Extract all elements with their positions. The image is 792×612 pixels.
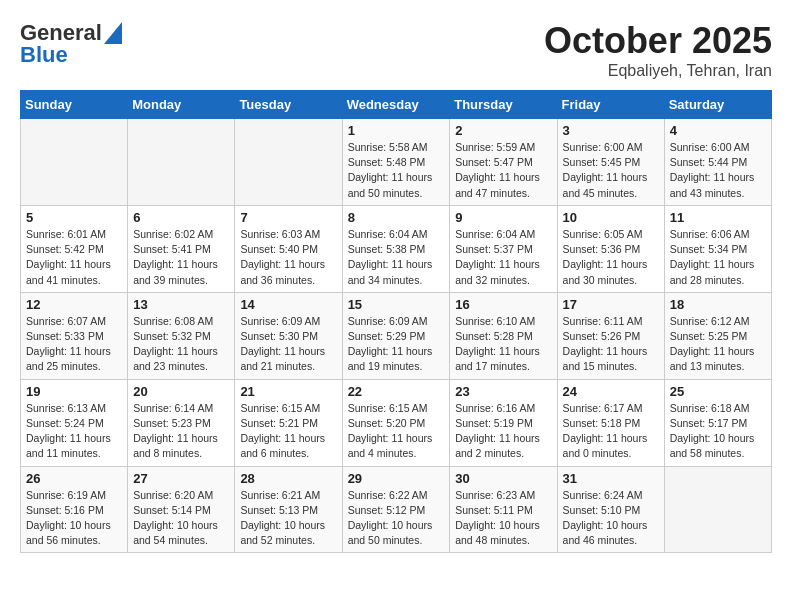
day-info: Sunrise: 6:11 AM Sunset: 5:26 PM Dayligh… (563, 314, 659, 375)
calendar-day-30: 30Sunrise: 6:23 AM Sunset: 5:11 PM Dayli… (450, 466, 557, 553)
calendar-table: SundayMondayTuesdayWednesdayThursdayFrid… (20, 90, 772, 553)
title-block: October 2025 Eqbaliyeh, Tehran, Iran (544, 20, 772, 80)
day-number: 1 (348, 123, 445, 138)
calendar-week-row: 19Sunrise: 6:13 AM Sunset: 5:24 PM Dayli… (21, 379, 772, 466)
day-info: Sunrise: 6:10 AM Sunset: 5:28 PM Dayligh… (455, 314, 551, 375)
day-info: Sunrise: 6:09 AM Sunset: 5:30 PM Dayligh… (240, 314, 336, 375)
day-info: Sunrise: 6:21 AM Sunset: 5:13 PM Dayligh… (240, 488, 336, 549)
day-number: 25 (670, 384, 766, 399)
weekday-header-tuesday: Tuesday (235, 91, 342, 119)
svg-marker-0 (104, 22, 122, 44)
calendar-day-16: 16Sunrise: 6:10 AM Sunset: 5:28 PM Dayli… (450, 292, 557, 379)
calendar-day-1: 1Sunrise: 5:58 AM Sunset: 5:48 PM Daylig… (342, 119, 450, 206)
day-info: Sunrise: 6:15 AM Sunset: 5:21 PM Dayligh… (240, 401, 336, 462)
day-number: 10 (563, 210, 659, 225)
calendar-day-13: 13Sunrise: 6:08 AM Sunset: 5:32 PM Dayli… (128, 292, 235, 379)
calendar-empty-cell (128, 119, 235, 206)
day-info: Sunrise: 6:17 AM Sunset: 5:18 PM Dayligh… (563, 401, 659, 462)
day-number: 26 (26, 471, 122, 486)
logo-blue: Blue (20, 42, 68, 68)
day-number: 4 (670, 123, 766, 138)
calendar-day-20: 20Sunrise: 6:14 AM Sunset: 5:23 PM Dayli… (128, 379, 235, 466)
day-info: Sunrise: 6:22 AM Sunset: 5:12 PM Dayligh… (348, 488, 445, 549)
day-info: Sunrise: 6:00 AM Sunset: 5:44 PM Dayligh… (670, 140, 766, 201)
calendar-day-12: 12Sunrise: 6:07 AM Sunset: 5:33 PM Dayli… (21, 292, 128, 379)
day-info: Sunrise: 5:59 AM Sunset: 5:47 PM Dayligh… (455, 140, 551, 201)
calendar-day-11: 11Sunrise: 6:06 AM Sunset: 5:34 PM Dayli… (664, 205, 771, 292)
day-number: 28 (240, 471, 336, 486)
day-number: 8 (348, 210, 445, 225)
weekday-header-sunday: Sunday (21, 91, 128, 119)
day-info: Sunrise: 6:16 AM Sunset: 5:19 PM Dayligh… (455, 401, 551, 462)
day-number: 6 (133, 210, 229, 225)
calendar-day-3: 3Sunrise: 6:00 AM Sunset: 5:45 PM Daylig… (557, 119, 664, 206)
day-number: 11 (670, 210, 766, 225)
day-info: Sunrise: 6:12 AM Sunset: 5:25 PM Dayligh… (670, 314, 766, 375)
day-number: 7 (240, 210, 336, 225)
day-number: 19 (26, 384, 122, 399)
day-number: 2 (455, 123, 551, 138)
calendar-week-row: 26Sunrise: 6:19 AM Sunset: 5:16 PM Dayli… (21, 466, 772, 553)
day-number: 9 (455, 210, 551, 225)
calendar-day-22: 22Sunrise: 6:15 AM Sunset: 5:20 PM Dayli… (342, 379, 450, 466)
calendar-day-31: 31Sunrise: 6:24 AM Sunset: 5:10 PM Dayli… (557, 466, 664, 553)
calendar-day-10: 10Sunrise: 6:05 AM Sunset: 5:36 PM Dayli… (557, 205, 664, 292)
weekday-header-saturday: Saturday (664, 91, 771, 119)
calendar-empty-cell (235, 119, 342, 206)
day-number: 30 (455, 471, 551, 486)
calendar-header-row: SundayMondayTuesdayWednesdayThursdayFrid… (21, 91, 772, 119)
day-number: 13 (133, 297, 229, 312)
day-number: 18 (670, 297, 766, 312)
day-info: Sunrise: 6:14 AM Sunset: 5:23 PM Dayligh… (133, 401, 229, 462)
day-number: 31 (563, 471, 659, 486)
weekday-header-friday: Friday (557, 91, 664, 119)
calendar-day-14: 14Sunrise: 6:09 AM Sunset: 5:30 PM Dayli… (235, 292, 342, 379)
calendar-day-8: 8Sunrise: 6:04 AM Sunset: 5:38 PM Daylig… (342, 205, 450, 292)
weekday-header-wednesday: Wednesday (342, 91, 450, 119)
calendar-day-27: 27Sunrise: 6:20 AM Sunset: 5:14 PM Dayli… (128, 466, 235, 553)
calendar-day-15: 15Sunrise: 6:09 AM Sunset: 5:29 PM Dayli… (342, 292, 450, 379)
calendar-day-23: 23Sunrise: 6:16 AM Sunset: 5:19 PM Dayli… (450, 379, 557, 466)
calendar-day-25: 25Sunrise: 6:18 AM Sunset: 5:17 PM Dayli… (664, 379, 771, 466)
day-number: 16 (455, 297, 551, 312)
day-number: 5 (26, 210, 122, 225)
day-info: Sunrise: 6:05 AM Sunset: 5:36 PM Dayligh… (563, 227, 659, 288)
day-number: 17 (563, 297, 659, 312)
day-info: Sunrise: 6:13 AM Sunset: 5:24 PM Dayligh… (26, 401, 122, 462)
calendar-day-9: 9Sunrise: 6:04 AM Sunset: 5:37 PM Daylig… (450, 205, 557, 292)
weekday-header-thursday: Thursday (450, 91, 557, 119)
day-number: 24 (563, 384, 659, 399)
day-number: 20 (133, 384, 229, 399)
calendar-day-21: 21Sunrise: 6:15 AM Sunset: 5:21 PM Dayli… (235, 379, 342, 466)
calendar-day-19: 19Sunrise: 6:13 AM Sunset: 5:24 PM Dayli… (21, 379, 128, 466)
calendar-week-row: 1Sunrise: 5:58 AM Sunset: 5:48 PM Daylig… (21, 119, 772, 206)
day-number: 21 (240, 384, 336, 399)
calendar-empty-cell (664, 466, 771, 553)
day-number: 12 (26, 297, 122, 312)
day-info: Sunrise: 6:06 AM Sunset: 5:34 PM Dayligh… (670, 227, 766, 288)
day-number: 29 (348, 471, 445, 486)
calendar-day-24: 24Sunrise: 6:17 AM Sunset: 5:18 PM Dayli… (557, 379, 664, 466)
calendar-day-18: 18Sunrise: 6:12 AM Sunset: 5:25 PM Dayli… (664, 292, 771, 379)
day-number: 15 (348, 297, 445, 312)
day-number: 27 (133, 471, 229, 486)
page-header: General Blue October 2025 Eqbaliyeh, Teh… (20, 20, 772, 80)
day-info: Sunrise: 6:03 AM Sunset: 5:40 PM Dayligh… (240, 227, 336, 288)
calendar-day-7: 7Sunrise: 6:03 AM Sunset: 5:40 PM Daylig… (235, 205, 342, 292)
day-info: Sunrise: 6:07 AM Sunset: 5:33 PM Dayligh… (26, 314, 122, 375)
calendar-day-29: 29Sunrise: 6:22 AM Sunset: 5:12 PM Dayli… (342, 466, 450, 553)
day-info: Sunrise: 6:19 AM Sunset: 5:16 PM Dayligh… (26, 488, 122, 549)
day-info: Sunrise: 6:08 AM Sunset: 5:32 PM Dayligh… (133, 314, 229, 375)
day-info: Sunrise: 6:00 AM Sunset: 5:45 PM Dayligh… (563, 140, 659, 201)
calendar-empty-cell (21, 119, 128, 206)
location: Eqbaliyeh, Tehran, Iran (544, 62, 772, 80)
day-info: Sunrise: 6:02 AM Sunset: 5:41 PM Dayligh… (133, 227, 229, 288)
calendar-day-4: 4Sunrise: 6:00 AM Sunset: 5:44 PM Daylig… (664, 119, 771, 206)
calendar-day-17: 17Sunrise: 6:11 AM Sunset: 5:26 PM Dayli… (557, 292, 664, 379)
weekday-header-monday: Monday (128, 91, 235, 119)
calendar-week-row: 12Sunrise: 6:07 AM Sunset: 5:33 PM Dayli… (21, 292, 772, 379)
day-info: Sunrise: 6:09 AM Sunset: 5:29 PM Dayligh… (348, 314, 445, 375)
day-number: 22 (348, 384, 445, 399)
day-number: 23 (455, 384, 551, 399)
day-info: Sunrise: 6:20 AM Sunset: 5:14 PM Dayligh… (133, 488, 229, 549)
